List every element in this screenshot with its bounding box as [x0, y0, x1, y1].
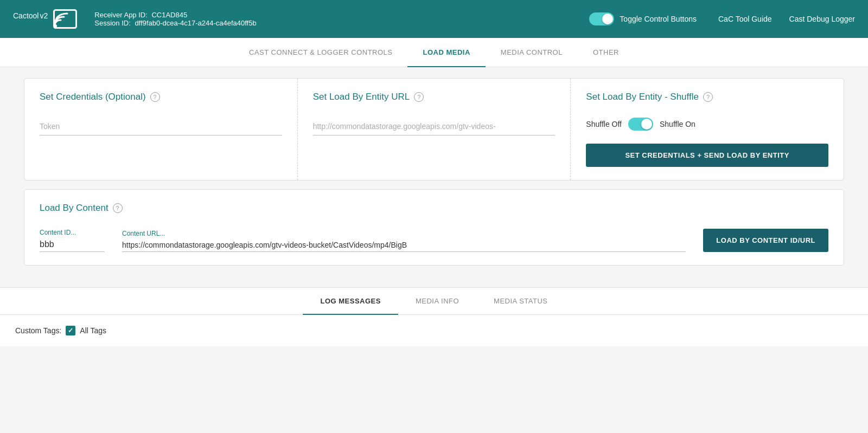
- tab-log-messages[interactable]: LOG MESSAGES: [303, 288, 398, 315]
- credentials-help-icon[interactable]: ?: [150, 92, 160, 102]
- load-by-content-help-icon[interactable]: ?: [113, 203, 123, 213]
- content-url-group: Content URL... https://commondatastorage…: [122, 230, 686, 252]
- entity-shuffle-help-icon[interactable]: ?: [703, 92, 713, 102]
- content-url-value: https://commondatastorage.googleapis.com…: [122, 241, 686, 252]
- header-links: CaC Tool Guide Cast Debug Logger: [718, 15, 855, 23]
- entity-shuffle-card-title: Set Load By Entity - Shuffle ?: [586, 92, 828, 102]
- entity-url-help-icon[interactable]: ?: [414, 92, 424, 102]
- entity-url-input[interactable]: [313, 118, 556, 135]
- tab-other[interactable]: OTHER: [578, 38, 634, 67]
- cast-debug-logger-link[interactable]: Cast Debug Logger: [789, 15, 855, 23]
- custom-tags-label: Custom Tags:: [15, 326, 61, 335]
- bottom-section: LOG MESSAGES MEDIA INFO MEDIA STATUS Cus…: [0, 287, 868, 346]
- tab-media-status[interactable]: MEDIA STATUS: [476, 288, 565, 315]
- tab-cast-connect[interactable]: CAST CONNECT & LOGGER CONTROLS: [234, 38, 407, 67]
- token-input[interactable]: [40, 118, 282, 135]
- load-by-content-card: Load By Content ? Content ID... bbb Cont…: [24, 189, 844, 266]
- all-tags-label: All Tags: [80, 326, 106, 335]
- tab-media-control[interactable]: MEDIA CONTROL: [486, 38, 578, 67]
- log-messages-content: Custom Tags: All Tags: [0, 315, 868, 346]
- bottom-nav-tabs: LOG MESSAGES MEDIA INFO MEDIA STATUS: [0, 288, 868, 315]
- toggle-control-buttons[interactable]: [589, 12, 614, 25]
- set-credentials-send-load-by-entity-button[interactable]: SET CREDENTIALS + SEND LOAD BY ENTITY: [586, 144, 828, 167]
- load-content-fields: Content ID... bbb Content URL... https:/…: [40, 229, 828, 252]
- main-nav-tabs: CAST CONNECT & LOGGER CONTROLS LOAD MEDI…: [0, 38, 868, 67]
- app-name: Cactoolv2: [13, 11, 48, 28]
- content-url-label: Content URL...: [122, 230, 686, 237]
- cast-logo-icon: [53, 9, 77, 29]
- custom-tags-row: Custom Tags: All Tags: [15, 326, 853, 335]
- toggle-section: Toggle Control Buttons: [589, 12, 697, 25]
- content-id-value: bbb: [40, 240, 105, 252]
- tab-media-info[interactable]: MEDIA INFO: [398, 288, 476, 315]
- cac-tool-guide-link[interactable]: CaC Tool Guide: [718, 15, 772, 23]
- cards-row: Set Credentials (Optional) ? Set Load By…: [24, 78, 844, 180]
- load-by-content-id-url-button[interactable]: LOAD BY CONTENT ID/URL: [703, 229, 828, 252]
- app-header: Cactoolv2 Receiver App ID: CC1AD845 Sess…: [0, 0, 868, 38]
- svg-point-1: [54, 24, 57, 28]
- entity-url-card: Set Load By Entity URL ?: [298, 79, 571, 180]
- entity-shuffle-card: Set Load By Entity - Shuffle ? Shuffle O…: [571, 79, 844, 180]
- content-id-label: Content ID...: [40, 229, 105, 236]
- shuffle-toggle[interactable]: [628, 118, 653, 131]
- credentials-card: Set Credentials (Optional) ?: [24, 79, 298, 180]
- all-tags-checkbox[interactable]: [66, 326, 75, 335]
- session-info: Receiver App ID: CC1AD845 Session ID: df…: [94, 11, 589, 27]
- session-id: Session ID: dff9fab0-dcea-4c17-a244-ca4e…: [94, 19, 589, 27]
- toggle-label: Toggle Control Buttons: [620, 15, 697, 23]
- shuffle-toggle-row: Shuffle Off Shuffle On: [586, 118, 828, 131]
- content-id-group: Content ID... bbb: [40, 229, 105, 252]
- logo: Cactoolv2: [13, 9, 77, 29]
- load-by-content-title: Load By Content ?: [40, 203, 828, 214]
- tab-load-media[interactable]: LOAD MEDIA: [407, 38, 485, 67]
- main-content: Set Credentials (Optional) ? Set Load By…: [11, 67, 857, 285]
- shuffle-off-label: Shuffle Off: [586, 120, 622, 128]
- entity-url-card-title: Set Load By Entity URL ?: [313, 92, 556, 102]
- receiver-app-id: Receiver App ID: CC1AD845: [94, 11, 589, 19]
- shuffle-on-label: Shuffle On: [660, 120, 695, 128]
- credentials-card-title: Set Credentials (Optional) ?: [40, 92, 282, 102]
